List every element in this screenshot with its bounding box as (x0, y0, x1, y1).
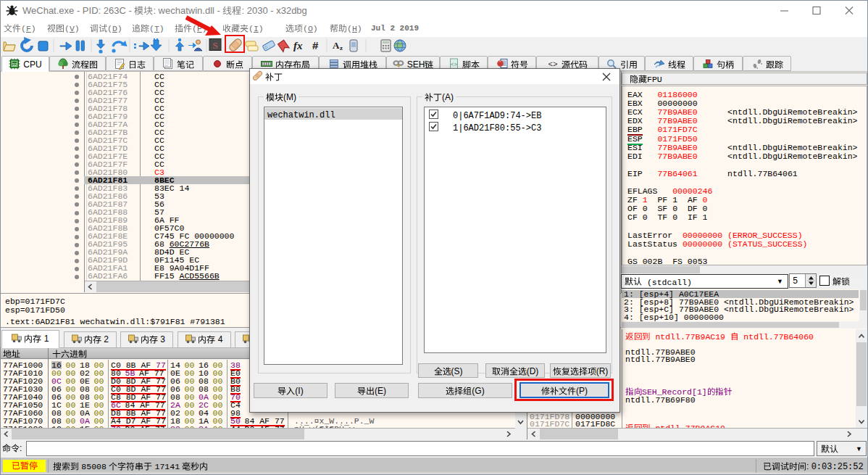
svg-text:A: A (333, 40, 340, 51)
svg-text:z: z (340, 44, 343, 51)
svg-text:fx: fx (293, 40, 303, 51)
svg-text:<>: <> (451, 61, 458, 67)
svg-text:32: 32 (12, 62, 17, 67)
svg-text:#: # (312, 39, 319, 51)
